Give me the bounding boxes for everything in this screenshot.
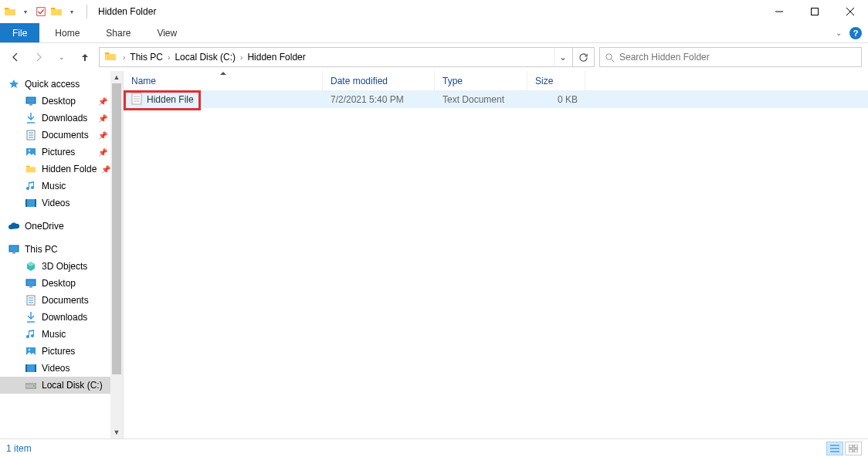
sidebar-item-label: Documents [42, 130, 89, 140]
scroll-thumb[interactable] [112, 83, 121, 374]
search-input[interactable] [619, 52, 856, 63]
maximize-button[interactable] [797, 0, 832, 23]
sidebar-item[interactable]: Documents📌 [0, 127, 110, 144]
pin-icon: 📌 [98, 114, 110, 123]
up-button[interactable] [76, 48, 94, 66]
chevron-right-icon[interactable]: › [121, 53, 127, 62]
sidebar-item[interactable]: Local Disk (C:) [0, 377, 110, 394]
svg-point-5 [606, 53, 612, 59]
breadcrumb[interactable]: This PC [127, 48, 166, 66]
drive-icon [25, 379, 37, 391]
svg-rect-7 [26, 97, 36, 103]
details-view-button[interactable] [826, 442, 843, 455]
window-controls [761, 0, 868, 23]
refresh-button[interactable] [573, 47, 595, 67]
search-icon [605, 52, 615, 63]
thumbnails-view-button[interactable] [845, 442, 862, 455]
sidebar-item[interactable]: Pictures📌 [0, 144, 110, 161]
address-bar[interactable]: › This PC › Local Disk (C:) › Hidden Fol… [99, 47, 573, 67]
properties-icon[interactable] [34, 5, 48, 19]
sidebar-item-this-pc[interactable]: This PC [0, 241, 110, 258]
column-name[interactable]: Name [124, 71, 323, 90]
sidebar-item-quick-access[interactable]: Quick access [0, 76, 110, 93]
separator [86, 5, 87, 19]
svg-point-29 [29, 349, 30, 350]
cell-type: Text Document [435, 94, 527, 105]
pictures-icon [25, 146, 37, 158]
svg-rect-45 [854, 449, 858, 452]
videos-icon [25, 362, 37, 374]
sidebar-item-label: Downloads [42, 312, 87, 323]
svg-rect-17 [25, 199, 27, 207]
videos-icon [25, 197, 37, 209]
recent-dropdown[interactable]: ⌄ [53, 48, 71, 66]
new-folder-icon[interactable] [49, 5, 63, 19]
sidebar-item[interactable]: Downloads📌 [0, 110, 110, 127]
qat-customize-icon[interactable]: ▾ [65, 5, 79, 19]
sidebar-item-label: Videos [42, 198, 70, 208]
sidebar-item-label: Music [42, 329, 66, 340]
svg-rect-19 [9, 245, 19, 252]
close-button[interactable] [832, 0, 868, 23]
sidebar-item-label: This PC [25, 244, 58, 255]
sidebar-item[interactable]: Documents [0, 292, 110, 309]
sidebar-item-label: Hidden Folde [42, 164, 97, 174]
nav-buttons: ⌄ [6, 48, 94, 66]
svg-rect-31 [25, 364, 27, 372]
svg-rect-42 [849, 445, 853, 448]
sidebar-item[interactable]: Videos [0, 195, 110, 212]
svg-rect-2 [812, 8, 819, 15]
file-row[interactable]: Hidden File7/2/2021 5:40 PMText Document… [124, 91, 868, 108]
forward-button[interactable] [29, 48, 48, 66]
sidebar-item[interactable]: 3D Objects [0, 258, 110, 275]
chevron-right-icon[interactable]: › [239, 53, 244, 62]
scrollbar[interactable]: ▲ ▼ [110, 71, 123, 438]
sidebar-item[interactable]: Videos [0, 360, 110, 377]
qat: ▾ ▾ [3, 5, 80, 19]
scroll-up-icon[interactable]: ▲ [114, 71, 120, 83]
sidebar-item-label: Quick access [25, 79, 80, 90]
scroll-down-icon[interactable]: ▼ [114, 426, 120, 438]
sidebar-item-label: Documents [42, 295, 89, 306]
minimize-button[interactable] [761, 0, 797, 23]
chevron-right-icon[interactable]: › [166, 53, 171, 62]
file-tab[interactable]: File [0, 23, 39, 42]
sidebar-item[interactable]: Downloads [0, 309, 110, 326]
tab-share[interactable]: Share [95, 23, 141, 42]
window-title: Hidden Folder [98, 6, 156, 17]
ribbon-collapse-icon[interactable]: ⌄ [836, 29, 842, 37]
pin-icon: 📌 [101, 165, 110, 174]
sidebar-item[interactable]: Music [0, 178, 110, 195]
back-button[interactable] [6, 48, 25, 66]
sidebar-item[interactable]: Pictures [0, 343, 110, 360]
tab-home[interactable]: Home [44, 23, 90, 42]
help-icon[interactable]: ? [849, 27, 862, 39]
svg-rect-21 [26, 279, 36, 286]
column-size[interactable]: Size [527, 71, 585, 90]
breadcrumb[interactable]: Hidden Folder [244, 48, 308, 66]
music-icon [25, 180, 37, 192]
column-date[interactable]: Date modified [323, 71, 435, 90]
sidebar-item-label: OneDrive [25, 221, 64, 232]
nav-pane: Quick access Desktop📌Downloads📌Documents… [0, 71, 124, 438]
sidebar-item[interactable]: Desktop📌 [0, 93, 110, 110]
status-text: 1 item [6, 443, 32, 454]
sidebar-item[interactable]: Desktop [0, 275, 110, 292]
svg-rect-32 [35, 364, 36, 372]
svg-rect-0 [37, 8, 46, 16]
sidebar-item[interactable]: Hidden Folde📌 [0, 161, 110, 178]
breadcrumb[interactable]: Local Disk (C:) [171, 48, 239, 66]
cell-size: 0 KB [527, 94, 585, 105]
search-box[interactable] [599, 47, 862, 67]
svg-rect-43 [854, 445, 858, 448]
onedrive-icon [8, 220, 20, 232]
svg-rect-20 [12, 252, 15, 254]
column-type[interactable]: Type [435, 71, 527, 90]
tab-view[interactable]: View [146, 23, 188, 42]
address-dropdown[interactable]: ⌄ [554, 48, 571, 66]
sidebar-item-onedrive[interactable]: OneDrive [0, 218, 110, 235]
qat-dropdown-icon[interactable]: ▾ [19, 5, 32, 19]
sidebar-item-label: Desktop [42, 278, 76, 289]
sidebar-item[interactable]: Music [0, 326, 110, 343]
titlebar-left: ▾ ▾ Hidden Folder [3, 5, 156, 19]
